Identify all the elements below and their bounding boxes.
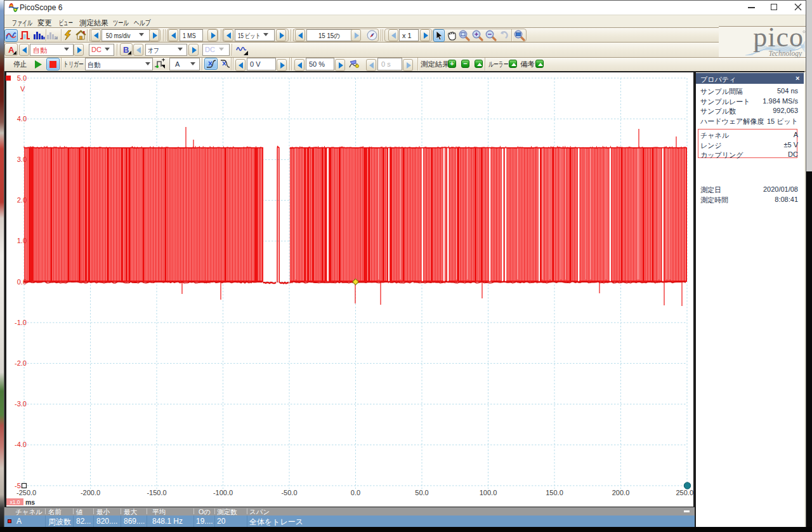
svg-text:50.0: 50.0: [415, 489, 428, 496]
svg-text:0.0: 0.0: [17, 278, 27, 286]
svg-text:V: V: [20, 85, 25, 93]
svg-text:pico: pico: [753, 27, 804, 53]
svg-text:250.0: 250.0: [676, 489, 693, 496]
svg-text:200.0: 200.0: [612, 489, 630, 496]
svg-text:3.0: 3.0: [17, 156, 27, 163]
svg-text:-3.0: -3.0: [15, 400, 27, 408]
svg-text:-50.0: -50.0: [281, 489, 297, 496]
svg-text:-150.0: -150.0: [147, 489, 166, 496]
svg-text:-100.0: -100.0: [213, 489, 233, 496]
svg-text:-200.0: -200.0: [81, 489, 100, 496]
svg-text:100.0: 100.0: [480, 489, 497, 496]
svg-text:1.0: 1.0: [17, 237, 27, 244]
svg-text:Technology: Technology: [768, 50, 802, 58]
svg-text:x1.0: x1.0: [10, 499, 20, 505]
svg-text:5.0: 5.0: [17, 74, 27, 82]
svg-text:2.0: 2.0: [17, 196, 27, 204]
svg-text:ms: ms: [25, 498, 35, 506]
svg-text:-250.0: -250.0: [16, 489, 36, 496]
svg-text:-2.0: -2.0: [15, 359, 27, 367]
svg-text:-1.0: -1.0: [15, 319, 27, 326]
svg-text:4.0: 4.0: [17, 115, 27, 123]
svg-text:-4.0: -4.0: [15, 441, 27, 448]
svg-text:0.0: 0.0: [351, 489, 360, 496]
svg-text:150.0: 150.0: [546, 489, 563, 496]
